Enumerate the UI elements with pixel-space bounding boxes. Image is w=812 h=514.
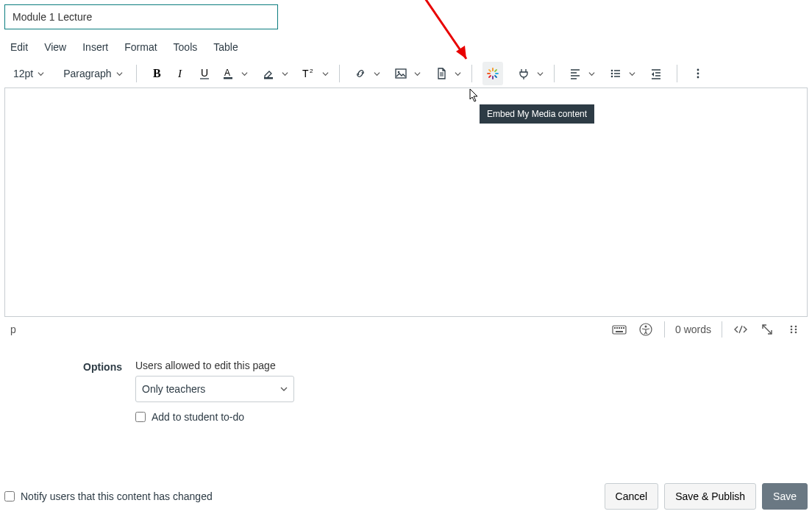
notify-users-input[interactable] [4, 491, 15, 501]
italic-button[interactable]: I [171, 62, 191, 85]
svg-text:B: B [153, 68, 161, 79]
word-count[interactable]: 0 words [675, 324, 711, 335]
svg-point-48 [791, 326, 793, 328]
superscript-button[interactable]: T2 [299, 62, 319, 85]
accessibility-icon [639, 323, 652, 336]
keyboard-shortcuts-button[interactable] [611, 321, 627, 338]
highlight-icon [262, 67, 275, 80]
italic-icon: I [175, 68, 187, 79]
svg-rect-42 [619, 327, 620, 329]
bullet-list-icon [609, 67, 622, 80]
menu-table[interactable]: Table [213, 41, 238, 53]
bold-icon: B [152, 68, 163, 79]
menu-insert[interactable]: Insert [82, 41, 108, 53]
menu-format[interactable]: Format [124, 41, 157, 53]
svg-point-36 [697, 69, 699, 71]
plug-icon [517, 67, 530, 80]
add-todo-label: Add to student to-do [152, 411, 244, 423]
chevron-down-icon[interactable] [374, 71, 380, 77]
page-title-input[interactable] [4, 4, 278, 29]
chevron-down-icon[interactable] [455, 71, 461, 77]
outdent-button[interactable] [646, 62, 666, 85]
svg-rect-5 [224, 77, 232, 79]
svg-line-21 [489, 70, 491, 71]
notify-users-checkbox[interactable]: Notify users that this content has chang… [4, 490, 213, 502]
menu-view[interactable]: View [44, 41, 66, 53]
apps-plugin-button[interactable] [513, 62, 534, 85]
code-icon [733, 324, 749, 335]
html-editor-button[interactable] [733, 321, 749, 338]
fullscreen-button[interactable] [759, 321, 775, 338]
align-button[interactable] [565, 62, 585, 85]
element-path[interactable]: p [10, 324, 16, 335]
separator [677, 65, 677, 82]
align-left-icon [569, 67, 582, 80]
svg-text:I: I [177, 68, 182, 79]
separator [471, 65, 472, 82]
editor-content-area[interactable] [4, 88, 808, 317]
image-icon [394, 67, 407, 80]
add-todo-input[interactable] [135, 412, 146, 422]
svg-line-15 [495, 70, 496, 71]
text-color-button[interactable]: A [218, 62, 238, 85]
chevron-down-icon[interactable] [588, 71, 595, 77]
edit-permissions-select[interactable]: Only teachers [135, 376, 294, 402]
svg-text:U: U [201, 67, 208, 79]
options-heading: Options [4, 360, 122, 373]
image-button[interactable] [391, 62, 411, 85]
chevron-down-icon[interactable] [282, 71, 288, 77]
chevron-down-icon[interactable] [241, 71, 248, 77]
document-button[interactable] [431, 62, 452, 85]
list-button[interactable] [605, 62, 626, 85]
toolbar: 12pt Paragraph B I U A T2 [4, 59, 808, 88]
kebab-icon [692, 68, 704, 79]
menu-edit[interactable]: Edit [10, 41, 28, 53]
save-button[interactable]: Save [762, 483, 808, 510]
svg-rect-40 [614, 327, 616, 329]
svg-point-37 [697, 73, 699, 75]
separator [136, 65, 137, 82]
chevron-down-icon[interactable] [629, 71, 635, 77]
svg-point-53 [795, 332, 797, 334]
svg-point-28 [610, 73, 613, 75]
font-size-label: 12pt [13, 68, 33, 79]
highlight-button[interactable] [258, 62, 279, 85]
tooltip: Embed My Media content [480, 104, 594, 124]
embed-my-media-button[interactable] [482, 62, 503, 85]
accessibility-checker-button[interactable] [638, 321, 654, 338]
edit-permissions-value: Only teachers [142, 383, 205, 395]
superscript-icon: T2 [302, 67, 316, 80]
svg-point-26 [610, 70, 613, 72]
link-button[interactable] [350, 62, 371, 85]
underline-button[interactable]: U [194, 62, 215, 85]
keyboard-icon [612, 324, 627, 335]
svg-text:2: 2 [310, 68, 313, 74]
menu-tools[interactable]: Tools [174, 41, 198, 53]
chevron-down-icon[interactable] [537, 71, 544, 77]
link-icon [354, 67, 367, 80]
resize-handle[interactable] [786, 321, 802, 338]
bold-button[interactable]: B [147, 62, 168, 85]
svg-rect-6 [264, 77, 273, 79]
svg-rect-39 [613, 326, 626, 334]
separator [554, 65, 555, 82]
save-publish-button[interactable]: Save & Publish [664, 483, 756, 510]
text-color-icon: A [221, 67, 235, 80]
svg-point-51 [795, 329, 797, 331]
cancel-button[interactable]: Cancel [605, 483, 659, 510]
fullscreen-icon [761, 323, 774, 336]
more-button[interactable] [688, 62, 708, 85]
font-size-select[interactable]: 12pt [10, 62, 47, 85]
kaltura-sunburst-icon [486, 67, 499, 80]
add-todo-checkbox[interactable]: Add to student to-do [135, 411, 294, 423]
chevron-down-icon [116, 71, 123, 77]
svg-line-17 [495, 76, 496, 77]
svg-point-52 [791, 332, 793, 334]
block-type-select[interactable]: Paragraph [60, 62, 125, 85]
chevron-down-icon[interactable] [322, 71, 329, 77]
separator [664, 321, 665, 338]
svg-point-10 [397, 71, 399, 74]
chevron-down-icon[interactable] [414, 71, 421, 77]
options-section: Options Users allowed to edit this page … [4, 360, 808, 423]
chevron-down-icon [38, 71, 44, 77]
